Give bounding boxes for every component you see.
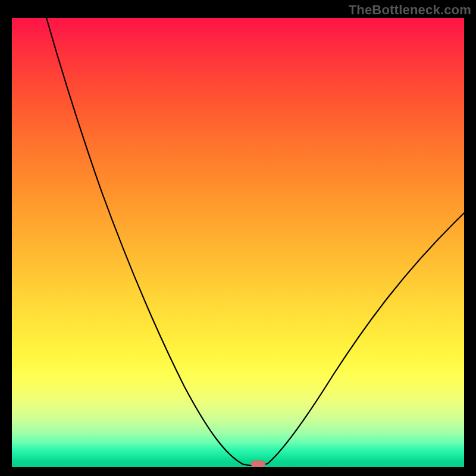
- watermark-text: TheBottleneck.com: [349, 2, 471, 18]
- chart-frame: TheBottleneck.com: [0, 0, 476, 476]
- plot-area: [12, 18, 464, 467]
- bottleneck-curve: [12, 18, 464, 467]
- optimal-point-marker: [251, 461, 265, 467]
